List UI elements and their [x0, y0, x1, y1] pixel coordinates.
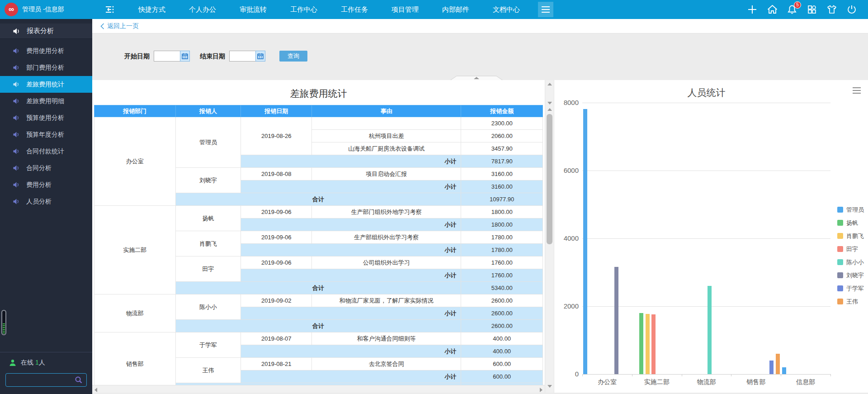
topbar-menu-item-3[interactable]: 审批流转	[228, 0, 278, 19]
end-date-calendar-button[interactable]	[255, 51, 265, 62]
topbar-menu-item-8[interactable]: 文档中心	[481, 0, 532, 19]
table-cell: 400.00	[461, 332, 543, 345]
add-button[interactable]	[747, 4, 758, 15]
x-axis-category-label: 物流部	[682, 378, 731, 386]
sidebar-item[interactable]: 部门费用分析	[0, 59, 92, 76]
table-cell: 2019-09-06	[241, 256, 312, 269]
table-cell	[312, 117, 461, 130]
menu-toggle-icon[interactable]	[104, 5, 116, 14]
sidebar-item[interactable]: 合同付款统计	[0, 143, 92, 160]
sidebar-item[interactable]: 差旅费用明细	[0, 93, 92, 109]
sidebar-item[interactable]: 差旅费用统计	[0, 76, 92, 93]
legend-label: 陈小小	[846, 258, 864, 266]
table-cell: 3160.00	[461, 168, 543, 180]
topbar-menu-item-1[interactable]: 快捷方式	[127, 0, 177, 19]
speaker-icon	[13, 181, 20, 188]
chart-menu-icon[interactable]	[853, 87, 861, 94]
scroll-right-arrow[interactable]	[540, 388, 542, 392]
scroll-left-arrow[interactable]	[94, 388, 97, 392]
topbar-menu-item-2[interactable]: 个人办公	[177, 0, 228, 19]
table-cell: 实施二部	[94, 206, 176, 294]
end-date-group	[229, 51, 265, 62]
legend-swatch	[837, 285, 843, 291]
app-root: ∞ 管理员 -信息部 快捷方式个人办公审批流转工作中心工作任务项目管理内部邮件文…	[0, 0, 868, 394]
topbar-menu-item-5[interactable]: 工作任务	[329, 0, 380, 19]
topbar-menu-item-6[interactable]: 项目管理	[380, 0, 430, 19]
sidebar-group-header[interactable]: 报表分析	[0, 24, 92, 39]
bar-扬帆	[639, 313, 643, 374]
x-axis-tick	[830, 374, 831, 376]
gridline	[582, 103, 830, 103]
x-axis-category-label: 实施二部	[632, 378, 682, 386]
start-date-group	[154, 51, 190, 62]
current-user-label: 管理员 -信息部	[22, 5, 64, 14]
x-axis-tick	[632, 374, 632, 376]
x-axis-category-label: 销售部	[731, 378, 781, 386]
more-menu-button[interactable]	[538, 2, 553, 17]
legend-item-于学军[interactable]: 于学军	[837, 282, 864, 295]
table-cell: 和物流厂家见面，了解厂家实际情况	[312, 294, 461, 307]
sidebar-item[interactable]: 预算使用分析	[0, 109, 92, 126]
sidebar-search-input[interactable]	[9, 377, 75, 384]
legend-label: 田宇	[846, 245, 858, 253]
legend-item-管理员[interactable]: 管理员	[837, 203, 864, 216]
content-vertical-scrollbar[interactable]	[545, 80, 554, 393]
table-cell: 1760.00	[461, 269, 543, 282]
scroll-down-arrow[interactable]	[547, 385, 552, 388]
sidebar-item[interactable]: 合同分析	[0, 160, 92, 176]
table-cell: 2300.00	[461, 117, 543, 130]
column-header: 报销日期	[241, 105, 312, 117]
topbar-menu-item-7[interactable]: 内部邮件	[430, 0, 481, 19]
theme-skin-button[interactable]	[826, 4, 837, 15]
legend-item-肖鹏飞[interactable]: 肖鹏飞	[837, 229, 864, 242]
table-row: 销售部于学军2019-08-07和客户沟通合同细则等400.00	[94, 332, 543, 345]
table-cell: 销售部	[94, 332, 176, 385]
start-date-calendar-button[interactable]	[180, 51, 190, 62]
scroll-up-arrow[interactable]	[547, 108, 552, 111]
notifications-button[interactable]: 5	[787, 4, 797, 15]
table-cell: 2019-08-07	[241, 332, 312, 345]
back-link[interactable]: 返回上一页	[92, 19, 868, 33]
legend-item-刘晓宇[interactable]: 刘晓宇	[837, 269, 864, 282]
topbar-menu-item-4[interactable]: 工作中心	[278, 0, 329, 19]
scrollbar-thumb[interactable]	[547, 114, 552, 244]
legend-item-陈小小[interactable]: 陈小小	[837, 256, 864, 269]
sidebar-item[interactable]: 预算年度分析	[0, 126, 92, 143]
table-cell: 小计	[241, 180, 461, 193]
sidebar-item[interactable]: 人员分析	[0, 193, 92, 210]
table-cell: 2019-09-06	[241, 231, 312, 244]
speaker-icon	[13, 98, 20, 104]
chevron-left-icon	[100, 23, 104, 29]
logout-power-button[interactable]	[846, 4, 857, 15]
table-cell: 1780.00	[461, 231, 543, 244]
end-date-input[interactable]	[229, 51, 255, 62]
table-cell: 2019-09-06	[241, 206, 312, 218]
calendar-icon	[257, 53, 264, 59]
legend-item-田宇[interactable]: 田宇	[837, 242, 864, 256]
online-status: 在线 1人	[5, 359, 87, 367]
bar-于学军	[769, 361, 774, 374]
bar-陈小小	[708, 286, 712, 374]
table-horizontal-scrollbar[interactable]	[92, 385, 545, 393]
start-date-input[interactable]	[154, 51, 180, 62]
calendar-icon	[182, 53, 188, 59]
panel-collapse-handle[interactable]	[449, 75, 504, 80]
legend-item-扬帆[interactable]: 扬帆	[837, 216, 864, 229]
bar-刘晓宇	[614, 267, 618, 374]
legend-item-王伟[interactable]: 王伟	[837, 295, 864, 308]
y-axis-tick-label: 2000	[555, 302, 579, 310]
speaker-icon	[13, 165, 20, 171]
table-cell: 公司组织外出学习	[312, 256, 461, 269]
table-cell: 刘晓宇	[175, 168, 241, 193]
scroll-down-arrow[interactable]	[547, 102, 552, 104]
search-icon[interactable]	[75, 376, 83, 384]
scroll-up-arrow[interactable]	[547, 83, 552, 85]
y-axis-tick-label: 6000	[555, 166, 579, 174]
query-button[interactable]: 查询	[279, 51, 307, 62]
apps-grid-button[interactable]	[807, 4, 817, 15]
sidebar-item[interactable]: 费用分析	[0, 176, 92, 193]
topbar-menu: 快捷方式个人办公审批流转工作中心工作任务项目管理内部邮件文档中心	[127, 0, 532, 19]
sidebar-item[interactable]: 费用使用分析	[0, 43, 92, 59]
home-button[interactable]	[767, 4, 778, 15]
column-header: 报销人	[175, 105, 241, 117]
